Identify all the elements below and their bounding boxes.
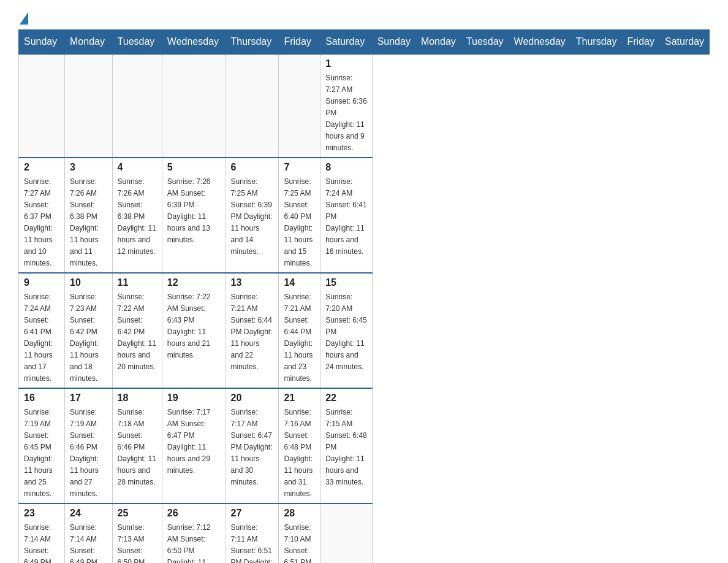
day-info: Sunrise: 7:22 AM Sunset: 6:42 PM Dayligh…: [118, 293, 156, 371]
day-info: Sunrise: 7:26 AM Sunset: 6:38 PM Dayligh…: [118, 177, 156, 256]
day-info: Sunrise: 7:22 AM Sunset: 6:43 PM Dayligh…: [167, 293, 211, 359]
day-info: Sunrise: 7:16 AM Sunset: 6:48 PM Dayligh…: [284, 408, 313, 498]
day-number: 1: [325, 58, 366, 69]
day-number: 5: [167, 162, 221, 173]
day-number: 17: [70, 393, 107, 404]
calendar-cell: 1Sunrise: 7:27 AM Sunset: 6:36 PM Daylig…: [320, 54, 372, 158]
day-info: Sunrise: 7:27 AM Sunset: 6:37 PM Dayligh…: [24, 177, 53, 267]
calendar-cell: 14Sunrise: 7:21 AM Sunset: 6:44 PM Dayli…: [279, 273, 320, 388]
weekday-header-friday: Friday: [622, 30, 659, 55]
calendar-cell: 11Sunrise: 7:22 AM Sunset: 6:42 PM Dayli…: [112, 273, 162, 388]
weekday-header-wednesday: Wednesday: [162, 30, 226, 55]
week-row-2: 2Sunrise: 7:27 AM Sunset: 6:37 PM Daylig…: [19, 158, 710, 273]
calendar-cell: 17Sunrise: 7:19 AM Sunset: 6:46 PM Dayli…: [65, 388, 113, 504]
day-info: Sunrise: 7:13 AM Sunset: 6:50 PM Dayligh…: [118, 523, 156, 563]
day-number: 27: [231, 508, 274, 519]
week-row-3: 9Sunrise: 7:24 AM Sunset: 6:41 PM Daylig…: [19, 273, 710, 388]
day-info: Sunrise: 7:27 AM Sunset: 6:36 PM Dayligh…: [325, 74, 366, 152]
day-number: 16: [24, 393, 59, 404]
calendar-cell: 28Sunrise: 7:10 AM Sunset: 6:51 PM Dayli…: [279, 504, 320, 563]
day-info: Sunrise: 7:14 AM Sunset: 6:49 PM Dayligh…: [70, 523, 99, 563]
day-number: 2: [24, 162, 59, 173]
day-info: Sunrise: 7:25 AM Sunset: 6:40 PM Dayligh…: [284, 177, 313, 267]
calendar-cell: 18Sunrise: 7:18 AM Sunset: 6:46 PM Dayli…: [112, 388, 162, 504]
day-number: 28: [284, 508, 315, 519]
day-number: 4: [118, 162, 157, 173]
day-number: 6: [231, 162, 274, 173]
day-number: 8: [325, 162, 366, 173]
day-number: 3: [70, 162, 107, 173]
weekday-header-saturday: Saturday: [659, 30, 709, 55]
calendar-cell: 7Sunrise: 7:25 AM Sunset: 6:40 PM Daylig…: [279, 158, 320, 273]
week-row-5: 23Sunrise: 7:14 AM Sunset: 6:49 PM Dayli…: [19, 504, 710, 563]
weekday-header-saturday: Saturday: [320, 30, 372, 55]
calendar-cell: 25Sunrise: 7:13 AM Sunset: 6:50 PM Dayli…: [112, 504, 162, 563]
calendar-cell: 22Sunrise: 7:15 AM Sunset: 6:48 PM Dayli…: [320, 388, 372, 504]
day-info: Sunrise: 7:15 AM Sunset: 6:48 PM Dayligh…: [325, 408, 366, 486]
calendar-header: SundayMondayTuesdayWednesdayThursdayFrid…: [19, 30, 710, 55]
day-info: Sunrise: 7:10 AM Sunset: 6:51 PM Dayligh…: [284, 523, 313, 563]
weekday-header-thursday: Thursday: [226, 30, 279, 55]
calendar-cell: 21Sunrise: 7:16 AM Sunset: 6:48 PM Dayli…: [279, 388, 320, 504]
day-info: Sunrise: 7:18 AM Sunset: 6:46 PM Dayligh…: [118, 408, 156, 486]
calendar-cell: 26Sunrise: 7:12 AM Sunset: 6:50 PM Dayli…: [162, 504, 226, 563]
calendar-cell: [19, 54, 65, 158]
calendar-cell: 23Sunrise: 7:14 AM Sunset: 6:49 PM Dayli…: [19, 504, 65, 563]
day-number: 20: [231, 393, 274, 404]
logo-triangle-icon: [20, 12, 28, 25]
calendar-cell: 5Sunrise: 7:26 AM Sunset: 6:39 PM Daylig…: [162, 158, 226, 273]
day-number: 15: [325, 277, 366, 288]
calendar-cell: 15Sunrise: 7:20 AM Sunset: 6:45 PM Dayli…: [320, 273, 372, 388]
day-info: Sunrise: 7:17 AM Sunset: 6:47 PM Dayligh…: [167, 408, 211, 475]
calendar-cell: 20Sunrise: 7:17 AM Sunset: 6:47 PM Dayli…: [226, 388, 279, 504]
calendar-cell: [279, 54, 320, 158]
weekday-header-sunday: Sunday: [372, 30, 415, 55]
day-number: 12: [167, 277, 221, 288]
logo: [18, 12, 28, 23]
calendar-cell: 8Sunrise: 7:24 AM Sunset: 6:41 PM Daylig…: [320, 158, 372, 273]
day-info: Sunrise: 7:24 AM Sunset: 6:41 PM Dayligh…: [24, 293, 53, 383]
day-info: Sunrise: 7:25 AM Sunset: 6:39 PM Dayligh…: [231, 177, 273, 256]
calendar-cell: 16Sunrise: 7:19 AM Sunset: 6:45 PM Dayli…: [19, 388, 65, 504]
day-info: Sunrise: 7:23 AM Sunset: 6:42 PM Dayligh…: [70, 293, 99, 383]
header-row: SundayMondayTuesdayWednesdayThursdayFrid…: [19, 30, 710, 55]
day-info: Sunrise: 7:20 AM Sunset: 6:45 PM Dayligh…: [325, 293, 366, 371]
day-info: Sunrise: 7:26 AM Sunset: 6:38 PM Dayligh…: [70, 177, 99, 267]
calendar-cell: 6Sunrise: 7:25 AM Sunset: 6:39 PM Daylig…: [226, 158, 279, 273]
day-info: Sunrise: 7:26 AM Sunset: 6:39 PM Dayligh…: [167, 177, 211, 244]
calendar-cell: 2Sunrise: 7:27 AM Sunset: 6:37 PM Daylig…: [19, 158, 65, 273]
weekday-header-tuesday: Tuesday: [112, 30, 162, 55]
calendar-cell: 10Sunrise: 7:23 AM Sunset: 6:42 PM Dayli…: [65, 273, 113, 388]
calendar-cell: 3Sunrise: 7:26 AM Sunset: 6:38 PM Daylig…: [65, 158, 113, 273]
calendar-cell: 4Sunrise: 7:26 AM Sunset: 6:38 PM Daylig…: [112, 158, 162, 273]
weekday-header-monday: Monday: [65, 30, 113, 55]
day-number: 26: [167, 508, 221, 519]
calendar-cell: 19Sunrise: 7:17 AM Sunset: 6:47 PM Dayli…: [162, 388, 226, 504]
day-number: 13: [231, 277, 274, 288]
weekday-header-monday: Monday: [415, 30, 461, 55]
page-header: [18, 12, 710, 23]
day-info: Sunrise: 7:21 AM Sunset: 6:44 PM Dayligh…: [284, 293, 313, 383]
weekday-header-friday: Friday: [279, 30, 320, 55]
day-info: Sunrise: 7:17 AM Sunset: 6:47 PM Dayligh…: [231, 408, 273, 486]
calendar-cell: 27Sunrise: 7:11 AM Sunset: 6:51 PM Dayli…: [226, 504, 279, 563]
day-number: 22: [325, 393, 366, 404]
calendar-cell: [162, 54, 226, 158]
calendar-cell: 24Sunrise: 7:14 AM Sunset: 6:49 PM Dayli…: [65, 504, 113, 563]
calendar-cell: [226, 54, 279, 158]
day-number: 21: [284, 393, 315, 404]
calendar-cell: 13Sunrise: 7:21 AM Sunset: 6:44 PM Dayli…: [226, 273, 279, 388]
day-info: Sunrise: 7:19 AM Sunset: 6:45 PM Dayligh…: [24, 408, 53, 498]
day-number: 19: [167, 393, 221, 404]
day-number: 23: [24, 508, 59, 519]
calendar-body: 1Sunrise: 7:27 AM Sunset: 6:36 PM Daylig…: [19, 54, 710, 563]
day-info: Sunrise: 7:24 AM Sunset: 6:41 PM Dayligh…: [325, 177, 366, 256]
day-number: 7: [284, 162, 315, 173]
day-number: 18: [118, 393, 157, 404]
day-number: 14: [284, 277, 315, 288]
day-info: Sunrise: 7:11 AM Sunset: 6:51 PM Dayligh…: [231, 523, 273, 563]
weekday-header-tuesday: Tuesday: [461, 30, 509, 55]
calendar-cell: 12Sunrise: 7:22 AM Sunset: 6:43 PM Dayli…: [162, 273, 226, 388]
calendar-cell: [320, 504, 372, 563]
day-info: Sunrise: 7:14 AM Sunset: 6:49 PM Dayligh…: [24, 523, 53, 563]
